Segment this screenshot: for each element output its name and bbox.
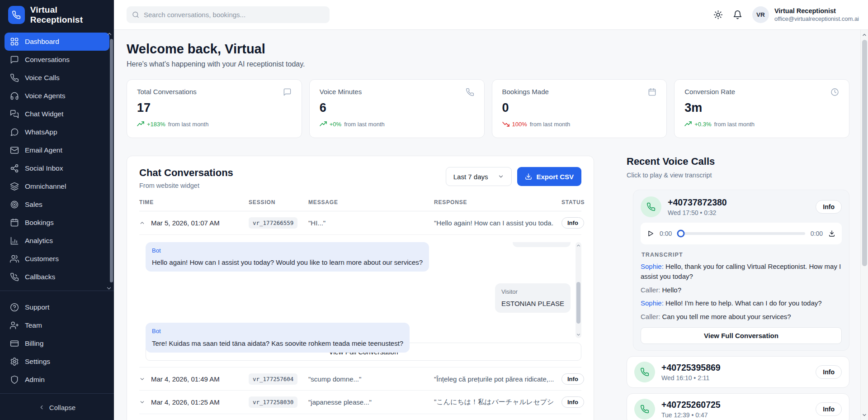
sidebar-item-voice-calls[interactable]: Voice Calls [5,69,109,87]
conversations-icon [10,55,19,64]
sidebar-divider [0,393,114,394]
call-info-button[interactable]: Info [816,200,842,214]
search-input[interactable] [144,11,324,19]
conversation-scrollbar[interactable] [576,242,581,338]
truncated-bubble [513,242,571,247]
sidebar-item-admin[interactable]: Admin [5,371,109,389]
sidebar-item-social-inbox[interactable]: Social Inbox [5,159,109,177]
chat-widget-icon [10,110,19,119]
status-badge[interactable]: Info [561,217,584,229]
stat-card-total-conversations: Total Conversations 17 +183% from last m… [127,79,302,138]
session-badge: vr_177266559 [249,217,297,229]
player-seek-knob[interactable] [677,230,685,238]
sidebar-item-bookings[interactable]: Bookings [5,214,109,232]
sidebar-item-voice-agents[interactable]: Voice Agents [5,87,109,105]
scroll-down-icon[interactable] [862,412,867,418]
stat-trend-suffix: from last month [168,121,209,128]
page-scrollbar[interactable] [860,30,868,420]
user-menu[interactable]: VR Virtual Receptionist office@virtualre… [752,6,859,23]
stat-label: Conversion Rate [684,88,735,95]
sidebar-item-analytics[interactable]: Analytics [5,232,109,250]
sidebar-item-whatsapp[interactable]: WhatsApp [5,123,109,141]
shield-icon [10,375,19,384]
sidebar-scrollbar[interactable] [110,39,113,282]
bubble-text: Hello again! How can I assist you today?… [152,258,423,267]
sidebar-item-label: Customers [25,255,59,263]
sidebar-item-billing[interactable]: Billing [5,334,109,353]
sidebar-scroll-up-icon[interactable] [106,31,113,37]
users-icon [10,254,19,263]
voice-call-card[interactable]: +40725395869 Wed 16:10 • 2:11 Info [627,356,849,388]
stat-card-conversion-rate: Conversion Rate 3m +0.3% from last month [674,79,849,138]
row-time: Mar 4, 2026, 01:25 AM [151,398,249,406]
scrollbar-thumb[interactable] [576,282,580,324]
theme-toggle-button[interactable] [713,10,723,19]
sidebar-item-settings[interactable]: Settings [5,353,109,371]
gear-icon [10,357,19,366]
table-row[interactable]: Mar 4, 2026, 01:49 AM vr_177257604 "scum… [139,367,581,391]
sidebar-item-email-agent[interactable]: Email Agent [5,141,109,159]
sidebar-item-chat-widget[interactable]: Chat Widget [5,105,109,123]
play-button[interactable] [647,230,654,237]
row-message: "scump domne..." [308,375,428,383]
sidebar-item-support[interactable]: Support [5,298,109,316]
table-header: TIME SESSION MESSAGE RESPONSE STATUS [139,199,581,211]
phone-call-icon [634,399,655,420]
status-badge[interactable]: Info [561,373,584,385]
scrollbar-thumb[interactable] [862,40,867,266]
player-seek-bar[interactable] [677,232,805,235]
voice-call-card[interactable]: +40737872380 Wed 17:50 • 0:32 Info 0:00 … [633,190,849,351]
view-full-conversation-button[interactable]: View Full Conversation [641,327,842,344]
stat-trend-pct: 100% [512,121,527,128]
sidebar-item-callbacks[interactable]: Callbacks [5,268,109,286]
call-info-button[interactable]: Info [816,365,842,379]
chat-conversations-panel: Chat Conversations From website widget L… [127,156,594,420]
chevron-down-icon [498,173,504,180]
voice-panel-subtitle: Click to play & view transcript [627,172,849,179]
collapse-label: Collapse [49,404,75,411]
chevron-up-icon[interactable] [139,220,151,226]
transcript-speaker: Caller: [641,286,660,294]
sidebar-scroll-down-icon[interactable] [106,285,112,291]
chevron-down-icon[interactable] [139,376,151,382]
sidebar-item-label: Callbacks [25,273,55,281]
transcript-speaker: Sophie: [641,299,664,307]
date-range-value: Last 7 days [453,173,488,181]
sidebar-item-team[interactable]: Team [5,316,109,334]
conversation-scroll-area[interactable]: Bot Hello again! How can I assist you to… [146,242,581,338]
status-badge[interactable]: Info [561,396,584,408]
scroll-up-icon[interactable] [862,32,867,38]
table-row[interactable]: Mar 4, 2026, 01:25 AM vr_177258030 "japa… [139,391,581,414]
message-square-icon [283,88,292,96]
chevron-down-icon[interactable] [139,399,151,405]
sidebar-secondary-nav: Support Team Billing Settings Admin [0,296,114,389]
export-csv-button[interactable]: Export CSV [517,167,581,186]
scroll-down-icon[interactable] [576,332,581,337]
user-name: Virtual Receptionist [774,7,859,14]
table-row[interactable]: Mar 5, 2026, 01:07 AM vr_177266559 "HI..… [139,211,581,235]
transcript-entry: Caller: Hello? [641,285,842,295]
sidebar-item-conversations[interactable]: Conversations [5,51,109,69]
transcript-speaker: Caller: [641,313,660,320]
sidebar-item-omnichannel[interactable]: Omnichannel [5,177,109,196]
sidebar-item-customers[interactable]: Customers [5,250,109,268]
download-icon[interactable] [828,230,835,237]
envelope-icon [10,146,19,155]
stat-trend-suffix: from last month [344,121,385,128]
phone-icon [10,73,19,82]
search-box[interactable] [127,6,330,23]
notifications-button[interactable] [733,10,742,19]
scroll-up-icon[interactable] [576,243,581,248]
voice-panel-title: Recent Voice Calls [627,156,849,167]
sidebar-item-sales[interactable]: Sales [5,196,109,214]
bubble-role-label: Bot [152,327,403,335]
voice-call-card[interactable]: +40725260725 Tue 12:39 • 0:47 Info [627,393,849,420]
collapse-button[interactable]: Collapse [5,398,109,416]
brand: Virtual Receptionist [0,0,114,30]
date-range-select[interactable]: Last 7 days [446,167,512,186]
transcript-text: Hello! I'm here to help. What can I do f… [665,299,822,307]
export-csv-label: Export CSV [536,173,574,181]
sidebar-item-dashboard[interactable]: Dashboard [5,33,109,51]
call-info-button[interactable]: Info [816,402,842,416]
table-row[interactable]: Mar 4, 2026, 01:14 AM vr_177257662 "ce p… [139,414,581,420]
